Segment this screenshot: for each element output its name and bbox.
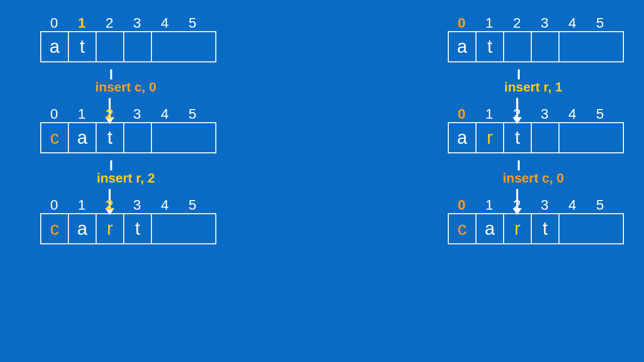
array-state: 0 1 2 3 4 5 a r t [443,106,624,153]
index-label: 5 [179,197,206,213]
array-state: 0 1 2 3 4 5 c a r t [35,197,216,244]
array-state: 0 1 2 3 4 5 c a t [35,106,216,153]
cell [152,123,180,152]
operation-label: insert r, 2 [35,170,216,186]
connector-line [518,160,520,170]
index-label: 5 [586,197,614,213]
index-label: 5 [586,15,614,31]
cell: t [504,123,532,152]
index-label: 1 [475,197,503,213]
index-row: 0 1 2 3 4 5 [448,106,624,122]
index-row: 0 1 2 3 4 5 [40,197,216,213]
index-label: 4 [151,197,179,213]
index-label: 3 [123,106,151,122]
cell: a [449,123,476,152]
cell: r [97,214,124,243]
index-label: 0 [448,197,475,213]
index-label: 2 [96,15,123,31]
cell [532,32,559,61]
index-label: 0 [40,106,68,122]
index-label: 1 [475,15,503,31]
cell [532,123,559,152]
cell-row: a t [40,31,216,62]
index-label: 5 [179,15,206,31]
cell: c [41,123,69,152]
cell-row: c a r t [448,213,624,244]
index-label: 2 [503,197,531,213]
cell: t [97,123,124,152]
cell: r [504,214,532,243]
index-row: 0 1 2 3 4 5 [448,15,624,31]
cell: t [476,32,504,61]
index-label: 3 [123,197,151,213]
index-row: 0 1 2 3 4 5 [40,15,216,31]
index-label: 1 [475,106,503,122]
cell [97,32,124,61]
cell [559,123,587,152]
index-label: 4 [558,197,586,213]
index-label: 5 [179,106,206,122]
index-label: 2 [96,197,123,213]
cell [559,32,587,61]
index-label: 2 [503,15,531,31]
operation-label: insert c, 0 [35,79,216,95]
array-state: 0 1 2 3 4 5 a t [443,15,624,62]
cell [504,32,532,61]
cell-row: c a r t [40,213,216,244]
index-label: 0 [448,106,475,122]
cell: a [69,123,97,152]
array-state: 0 1 2 3 4 5 c a r t [443,197,624,244]
cell: t [69,32,97,61]
left-sequence: 0 1 2 3 4 5 a t insert c, 0 0 1 2 3 4 5 … [35,15,216,251]
index-label: 2 [503,106,531,122]
index-label: 0 [40,197,68,213]
index-label: 1 [68,15,96,31]
cell: a [69,214,97,243]
index-label: 3 [531,106,558,122]
index-label: 0 [448,15,475,31]
operation-label: insert r, 1 [443,79,624,95]
index-label: 4 [151,15,179,31]
cell: t [532,214,559,243]
cell-row: a r t [448,122,624,153]
index-label: 0 [40,15,68,31]
index-label: 1 [68,106,96,122]
cell [124,123,152,152]
cell: c [449,214,476,243]
cell-row: c a t [40,122,216,153]
index-label: 2 [96,106,123,122]
index-label: 3 [531,197,558,213]
cell: a [41,32,69,61]
cell [152,214,180,243]
index-label: 3 [123,15,151,31]
index-label: 4 [151,106,179,122]
cell [559,214,587,243]
index-label: 3 [531,15,558,31]
cell: c [41,214,69,243]
cell-row: a t [448,31,624,62]
cell: r [476,123,504,152]
index-label: 4 [558,15,586,31]
index-row: 0 1 2 3 4 5 [40,106,216,122]
connector-line [110,160,112,170]
right-sequence: 0 1 2 3 4 5 a t insert r, 1 0 1 2 3 4 5 … [443,15,624,251]
index-label: 1 [68,197,96,213]
connector-line [518,69,520,79]
connector-line [110,69,112,79]
index-label: 4 [558,106,586,122]
cell [124,32,152,61]
cell: a [449,32,476,61]
index-row: 0 1 2 3 4 5 [448,197,624,213]
array-state: 0 1 2 3 4 5 a t [35,15,216,62]
cell: t [124,214,152,243]
operation-label: insert c, 0 [443,170,624,186]
index-label: 5 [586,106,614,122]
cell [152,32,180,61]
cell: a [476,214,504,243]
